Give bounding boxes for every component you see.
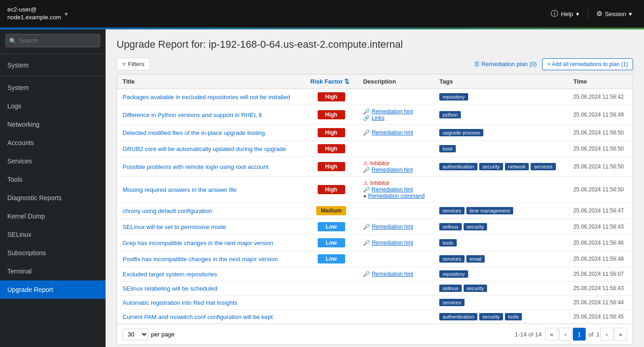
remediation-hint[interactable]: 🔎 Remediation hint — [363, 186, 428, 193]
tag[interactable]: boot — [439, 145, 455, 152]
sidebar-item-services[interactable]: Services — [0, 152, 106, 170]
row-title[interactable]: Detected modified files of the in-place … — [117, 125, 305, 141]
tag[interactable]: security — [479, 163, 503, 170]
remediation-hint[interactable]: 🔎 Remediation hint — [363, 224, 428, 230]
tag[interactable]: repository — [439, 93, 468, 101]
sidebar-item-tools[interactable]: Tools — [0, 170, 106, 189]
tag[interactable]: repository — [439, 270, 468, 278]
row-title[interactable]: Excluded target system repositories — [117, 267, 305, 281]
sidebar-item-networking[interactable]: Networking — [0, 115, 106, 134]
row-risk: High — [305, 89, 358, 105]
per-page-select[interactable]: 30 50 100 — [123, 329, 148, 340]
remediation-hint[interactable]: 🔎 Remediation hint — [363, 167, 428, 173]
row-risk — [305, 267, 358, 281]
title-link[interactable]: Current PAM and nsswitch.conf configurat… — [123, 313, 274, 320]
tag[interactable]: security — [464, 223, 487, 230]
tag[interactable]: services — [439, 255, 464, 263]
table-body: Packages available in excluded repositor… — [117, 89, 633, 324]
help-button[interactable]: ⓘ Help ▾ — [546, 6, 584, 22]
tag[interactable]: authentication — [439, 163, 477, 170]
tag[interactable]: security — [464, 285, 487, 292]
table-row: SElinux relabeling will be scheduledseli… — [117, 281, 633, 296]
sidebar-item-accounts[interactable]: Accounts — [0, 134, 106, 152]
row-title[interactable]: Possible problems with remote login usin… — [117, 157, 305, 177]
title-link[interactable]: Packages available in excluded repositor… — [123, 94, 290, 101]
tag[interactable]: services — [439, 207, 464, 214]
row-title[interactable]: Packages available in excluded repositor… — [117, 89, 305, 105]
title-link[interactable]: Difference in Python versions and suppor… — [123, 112, 262, 118]
search-input[interactable] — [6, 34, 100, 47]
filters-button[interactable]: ▿ Filters — [117, 58, 150, 70]
tag[interactable]: authentication — [439, 313, 477, 320]
row-title[interactable]: Current PAM and nsswitch.conf configurat… — [117, 310, 305, 324]
row-title[interactable]: Postfix has incompatible changes in the … — [117, 251, 305, 267]
row-description: 🔎 Remediation hint — [358, 125, 434, 141]
title-link[interactable]: chrony using default configuration — [123, 207, 212, 214]
tag[interactable]: services — [531, 163, 555, 170]
row-title[interactable]: GRUB2 core will be automatically updated… — [117, 141, 305, 157]
tag[interactable]: selinux — [439, 285, 461, 292]
title-link[interactable]: Possible problems with remote login usin… — [123, 163, 269, 170]
title-link[interactable]: Automatic registration into Red Hat Insi… — [123, 299, 237, 306]
sidebar-item-diagnostic-reports[interactable]: Diagnostic Reports — [0, 189, 106, 207]
row-title[interactable]: Difference in Python versions and suppor… — [117, 105, 305, 125]
row-title[interactable]: chrony using default configuration — [117, 203, 305, 219]
tag[interactable]: services — [439, 299, 464, 306]
sidebar-item-label: Logs — [7, 102, 21, 110]
links[interactable]: 🔗 Links — [363, 115, 428, 121]
sidebar-item-terminal[interactable]: Terminal — [0, 262, 106, 280]
pag-of-label: of — [587, 331, 595, 338]
pag-prev-button[interactable]: ‹ — [559, 328, 572, 341]
help-chevron-icon: ▾ — [576, 11, 579, 17]
row-description: 🔎 Remediation hint — [358, 235, 434, 251]
title-link[interactable]: SELinux will be set to permissive mode — [123, 224, 226, 230]
row-title[interactable]: SElinux relabeling will be scheduled — [117, 281, 305, 296]
add-remediation-button[interactable]: + Add all remediations to plan (1) — [542, 58, 633, 70]
pag-first-button[interactable]: « — [545, 328, 558, 341]
sidebar-item-label: System — [7, 84, 29, 91]
tag[interactable]: tools — [439, 239, 456, 246]
row-title[interactable]: Grep has incompatible changes in the nex… — [117, 235, 305, 251]
title-link[interactable]: Detected modified files of the in-place … — [123, 129, 267, 136]
title-link[interactable]: Excluded target system repositories — [123, 271, 217, 278]
tag[interactable]: python — [439, 111, 461, 118]
tag[interactable]: selinux — [439, 223, 461, 230]
session-button[interactable]: ⚙ Session ▾ — [592, 7, 637, 21]
sidebar-item-system[interactable]: System — [0, 78, 106, 97]
row-title[interactable]: SELinux will be set to permissive mode — [117, 219, 305, 235]
row-tags: upgrade process — [434, 125, 568, 141]
remediation-hint[interactable]: 🔎 Remediation hint — [363, 271, 428, 277]
risk-badge: Low — [318, 222, 345, 231]
tag[interactable]: upgrade process — [439, 129, 483, 136]
tag[interactable]: security — [479, 313, 503, 320]
tag[interactable]: tools — [505, 313, 522, 320]
tag[interactable]: email — [466, 255, 485, 263]
remediation-hint[interactable]: 🔎 Remediation hint — [363, 240, 428, 246]
remediation-hint[interactable]: 🔎 Remediation hint — [363, 129, 428, 136]
topbar-dropdown-icon[interactable]: ▾ — [65, 11, 68, 17]
tag[interactable]: network — [505, 163, 529, 170]
row-title[interactable]: Missing required answers in the answer f… — [117, 177, 305, 203]
remediation-command[interactable]: ● Remediation command — [363, 193, 428, 199]
tag[interactable]: time management — [466, 207, 513, 214]
col-risk-factor[interactable]: Risk Factor ⇅ — [305, 74, 358, 89]
title-link[interactable]: Postfix has incompatible changes in the … — [123, 256, 278, 263]
title-link[interactable]: Grep has incompatible changes in the nex… — [123, 240, 273, 246]
sidebar-item-system-overview[interactable]: System — [0, 56, 106, 74]
pag-last-button[interactable]: » — [614, 328, 627, 341]
sidebar-item-subscriptions[interactable]: Subscriptions — [0, 244, 106, 262]
sidebar-item-logs[interactable]: Logs — [0, 97, 106, 115]
title-link[interactable]: SElinux relabeling will be scheduled — [123, 285, 218, 292]
row-tags — [434, 177, 568, 203]
pag-next-button[interactable]: › — [600, 328, 613, 341]
remediation-plan-link[interactable]: ☰ Remediation plan (0) — [474, 61, 537, 67]
sidebar-item-kernel-dump[interactable]: Kernel Dump — [0, 207, 106, 225]
title-link[interactable]: GRUB2 core will be automatically updated… — [123, 146, 286, 152]
sidebar-item-selinux[interactable]: SELinux — [0, 225, 106, 244]
pag-page-1-button[interactable]: 1 — [573, 328, 586, 341]
sidebar-item-upgrade-report[interactable]: Upgrade Report — [0, 280, 106, 299]
row-title[interactable]: Automatic registration into Red Hat Insi… — [117, 296, 305, 310]
row-time: 25.06.2024 11:56:50 — [568, 177, 633, 203]
title-link[interactable]: Missing required answers in the answer f… — [123, 186, 237, 193]
remediation-hint[interactable]: 🔎 Remediation hint — [363, 108, 428, 115]
